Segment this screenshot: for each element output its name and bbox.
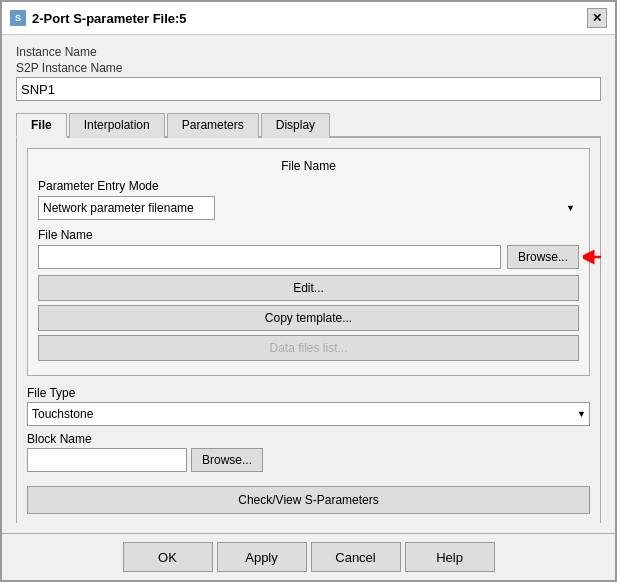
param-entry-label: Parameter Entry Mode xyxy=(38,179,579,193)
instance-label: Instance Name xyxy=(16,45,601,59)
app-icon: S xyxy=(10,10,26,26)
file-type-select[interactable]: Touchstone xyxy=(27,402,590,426)
block-browse-button[interactable]: Browse... xyxy=(191,448,263,472)
tab-file[interactable]: File xyxy=(16,113,67,138)
s2p-instance-label: S2P Instance Name xyxy=(16,61,601,75)
param-entry-select[interactable]: Network parameter filename xyxy=(38,196,215,220)
file-name-input[interactable] xyxy=(38,245,501,269)
help-button[interactable]: Help xyxy=(405,542,495,572)
tab-display[interactable]: Display xyxy=(261,113,330,138)
window-title: 2-Port S-parameter File:5 xyxy=(32,11,187,26)
file-name-group: File Name Parameter Entry Mode Network p… xyxy=(27,148,590,376)
dialog-footer: OK Apply Cancel Help xyxy=(2,533,615,580)
tab-parameters[interactable]: Parameters xyxy=(167,113,259,138)
dialog-body: Instance Name S2P Instance Name File Int… xyxy=(2,35,615,533)
file-type-select-wrapper: Touchstone xyxy=(27,402,590,426)
block-name-label: Block Name xyxy=(27,432,590,446)
block-name-section: Block Name Browse... xyxy=(27,432,590,480)
title-bar: S 2-Port S-parameter File:5 ✕ xyxy=(2,2,615,35)
title-bar-left: S 2-Port S-parameter File:5 xyxy=(10,10,187,26)
close-button[interactable]: ✕ xyxy=(587,8,607,28)
copy-template-button[interactable]: Copy template... xyxy=(38,305,579,331)
dialog-window: S 2-Port S-parameter File:5 ✕ Instance N… xyxy=(0,0,617,582)
tab-content-file: File Name Parameter Entry Mode Network p… xyxy=(16,138,601,523)
param-entry-row: Network parameter filename xyxy=(38,196,579,220)
file-browse-button[interactable]: Browse... xyxy=(507,245,579,269)
edit-button[interactable]: Edit... xyxy=(38,275,579,301)
block-name-row: Browse... xyxy=(27,448,590,472)
ok-button[interactable]: OK xyxy=(123,542,213,572)
s2p-instance-input[interactable] xyxy=(16,77,601,101)
file-type-label: File Type xyxy=(27,386,590,400)
check-view-button[interactable]: Check/View S-Parameters xyxy=(27,486,590,514)
red-arrow-indicator xyxy=(583,247,601,267)
tab-bar: File Interpolation Parameters Display xyxy=(16,111,601,138)
param-entry-select-wrapper: Network parameter filename xyxy=(38,196,579,220)
instance-name-section: Instance Name S2P Instance Name xyxy=(16,45,601,101)
file-name-label: File Name xyxy=(38,228,579,242)
file-type-section: File Type Touchstone xyxy=(27,386,590,426)
tab-interpolation[interactable]: Interpolation xyxy=(69,113,165,138)
apply-button[interactable]: Apply xyxy=(217,542,307,572)
data-files-button[interactable]: Data files list... xyxy=(38,335,579,361)
file-name-group-title: File Name xyxy=(38,159,579,173)
block-name-input[interactable] xyxy=(27,448,187,472)
cancel-button[interactable]: Cancel xyxy=(311,542,401,572)
